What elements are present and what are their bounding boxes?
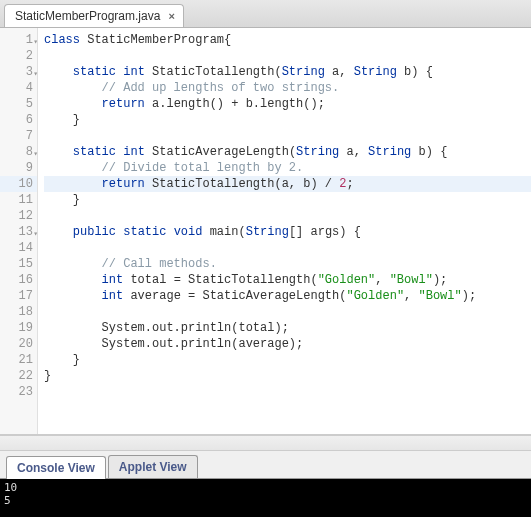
- line-number: 13: [0, 224, 37, 240]
- tab-console-view[interactable]: Console View: [6, 456, 106, 479]
- line-number: 6: [0, 112, 37, 128]
- line-number: 15: [0, 256, 37, 272]
- code-line[interactable]: return a.length() + b.length();: [44, 96, 531, 112]
- line-number: 5: [0, 96, 37, 112]
- code-line[interactable]: // Add up lengths of two strings.: [44, 80, 531, 96]
- line-number: 11: [0, 192, 37, 208]
- line-number-gutter: 1234567891011121314151617181920212223: [0, 28, 38, 434]
- line-number: 10: [0, 176, 37, 192]
- line-number: 17: [0, 288, 37, 304]
- code-line[interactable]: [44, 304, 531, 320]
- line-number: 21: [0, 352, 37, 368]
- code-line[interactable]: [44, 384, 531, 400]
- code-line[interactable]: System.out.println(total);: [44, 320, 531, 336]
- line-number: 12: [0, 208, 37, 224]
- output-tabs: Console View Applet View: [0, 451, 531, 479]
- code-editor[interactable]: 1234567891011121314151617181920212223 cl…: [0, 28, 531, 435]
- code-line[interactable]: int total = StaticTotallength("Golden", …: [44, 272, 531, 288]
- splitter[interactable]: [0, 435, 531, 451]
- code-line[interactable]: [44, 240, 531, 256]
- tab-applet-view[interactable]: Applet View: [108, 455, 198, 478]
- code-line[interactable]: public static void main(String[] args) {: [44, 224, 531, 240]
- code-line[interactable]: }: [44, 192, 531, 208]
- line-number: 1: [0, 32, 37, 48]
- line-number: 23: [0, 384, 37, 400]
- line-number: 16: [0, 272, 37, 288]
- code-line[interactable]: [44, 208, 531, 224]
- code-line[interactable]: static int StaticAverageLength(String a,…: [44, 144, 531, 160]
- line-number: 18: [0, 304, 37, 320]
- code-line[interactable]: }: [44, 368, 531, 384]
- code-line[interactable]: }: [44, 112, 531, 128]
- code-line[interactable]: int average = StaticAverageLength("Golde…: [44, 288, 531, 304]
- line-number: 22: [0, 368, 37, 384]
- line-number: 19: [0, 320, 37, 336]
- file-tab-bar: StaticMemberProgram.java ×: [0, 0, 531, 28]
- line-number: 2: [0, 48, 37, 64]
- line-number: 4: [0, 80, 37, 96]
- console-output[interactable]: 10 5: [0, 479, 531, 517]
- code-line[interactable]: [44, 128, 531, 144]
- code-line[interactable]: class StaticMemberProgram{: [44, 32, 531, 48]
- code-line[interactable]: }: [44, 352, 531, 368]
- line-number: 3: [0, 64, 37, 80]
- file-tab[interactable]: StaticMemberProgram.java ×: [4, 4, 184, 27]
- file-tab-label: StaticMemberProgram.java: [15, 9, 160, 23]
- code-line[interactable]: // Divide total length by 2.: [44, 160, 531, 176]
- code-line[interactable]: System.out.println(average);: [44, 336, 531, 352]
- code-line[interactable]: return StaticTotallength(a, b) / 2;: [44, 176, 531, 192]
- line-number: 20: [0, 336, 37, 352]
- close-icon[interactable]: ×: [168, 10, 174, 22]
- line-number: 14: [0, 240, 37, 256]
- line-number: 9: [0, 160, 37, 176]
- code-line[interactable]: [44, 48, 531, 64]
- line-number: 8: [0, 144, 37, 160]
- code-line[interactable]: // Call methods.: [44, 256, 531, 272]
- line-number: 7: [0, 128, 37, 144]
- code-line[interactable]: static int StaticTotallength(String a, S…: [44, 64, 531, 80]
- code-area[interactable]: class StaticMemberProgram{ static int St…: [38, 28, 531, 434]
